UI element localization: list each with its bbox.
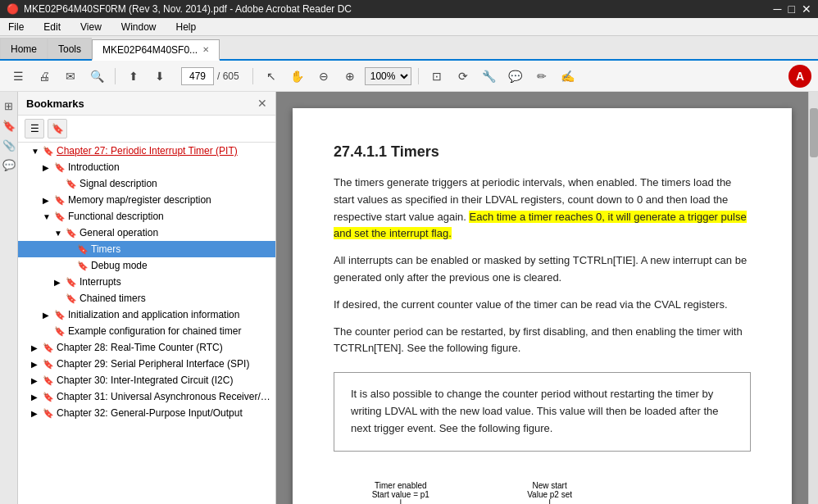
tab-bar: Home Tools MKE02P64M40SF0... ✕ — [0, 36, 818, 61]
hand-tool-btn[interactable]: ✋ — [286, 65, 309, 88]
tree-icon-16: 🔖 — [43, 408, 54, 419]
sidebar-item-8[interactable]: ▶🔖Interrupts — [18, 274, 275, 290]
sidebar-close-btn[interactable]: ✕ — [257, 97, 267, 110]
select-tool-btn[interactable]: ↖ — [260, 65, 283, 88]
minimize-btn[interactable]: ─ — [774, 2, 782, 16]
menu-bar: File Edit View Window Help — [0, 18, 818, 36]
next-page-btn[interactable]: ⬇ — [148, 65, 171, 88]
sidebar-item-0[interactable]: ▼🔖Chapter 27: Periodic Interrupt Timer (… — [18, 143, 275, 159]
tree-label-2: Signal description — [80, 178, 272, 189]
sidebar-item-4[interactable]: ▼🔖Functional description — [18, 208, 275, 225]
draw-btn[interactable]: ✏ — [530, 65, 553, 88]
svg-text:Timer enabled: Timer enabled — [375, 481, 426, 490]
sidebar-item-12[interactable]: ▶🔖Chapter 28: Real-Time Counter (RTC) — [18, 339, 275, 356]
attach-icon[interactable]: 📎 — [2, 138, 16, 152]
right-scrollbar[interactable] — [808, 92, 818, 504]
scroll-thumb[interactable] — [810, 108, 818, 157]
timer-diagram: Timer enabled Start value = p1 New start… — [334, 468, 751, 504]
tree-label-7: Debug mode — [91, 260, 272, 271]
tree-icon-11: 🔖 — [54, 326, 66, 337]
tab-pdf-label: MKE02P64M40SF0... — [102, 44, 198, 56]
sidebar-item-6[interactable]: 🔖Timers — [18, 241, 275, 257]
sidebar-item-11[interactable]: 🔖Example configuration for chained timer — [18, 323, 275, 339]
tree-label-4: Functional description — [68, 211, 272, 222]
tab-tools[interactable]: Tools — [48, 38, 92, 59]
sidebar-item-5[interactable]: ▼🔖General operation — [18, 225, 275, 241]
sidebar-item-14[interactable]: ▶🔖Chapter 30: Inter-Integrated Circuit (… — [18, 372, 275, 388]
menu-edit[interactable]: Edit — [40, 20, 64, 34]
sidebar-item-13[interactable]: ▶🔖Chapter 29: Serial Peripheral Interfac… — [18, 356, 275, 372]
tree-label-6: Timers — [91, 243, 272, 255]
svg-text:New start: New start — [533, 481, 567, 490]
tab-home-label: Home — [11, 43, 37, 55]
title-bar: 🔴 MKE02P64M40SF0RM (Rev 3, Nov. 2014).pd… — [0, 0, 818, 18]
comment-panel-icon[interactable]: 💬 — [2, 157, 16, 172]
page-total: / 605 — [217, 70, 239, 82]
acrobat-logo: A — [788, 65, 811, 88]
page-thumb-icon[interactable]: ⊞ — [2, 98, 16, 113]
toolbar: ☰ 🖨 ✉ 🔍 ⬆ ⬇ / 605 ↖ ✋ ⊖ ⊕ 100% 75% 125% … — [0, 61, 818, 92]
sidebar-content: ▼🔖Chapter 27: Periodic Interrupt Timer (… — [18, 143, 275, 504]
page-number-input[interactable] — [181, 67, 214, 85]
print-btn[interactable]: 🖨 — [33, 65, 56, 88]
sidebar-expand-btn[interactable]: 🔖 — [48, 119, 67, 138]
tree-icon-3: 🔖 — [54, 195, 66, 206]
sidebar-item-16[interactable]: ▶🔖Chapter 32: General-Purpose Input/Outp… — [18, 405, 275, 421]
sidebar-item-7[interactable]: 🔖Debug mode — [18, 257, 275, 274]
tree-icon-0: 🔖 — [43, 146, 54, 157]
sidebar-menu-btn[interactable]: ☰ — [25, 119, 44, 138]
comment-btn[interactable]: 💬 — [504, 65, 527, 88]
tools2-btn[interactable]: 🔧 — [478, 65, 501, 88]
page-nav: / 605 — [181, 67, 239, 85]
email-btn[interactable]: ✉ — [59, 65, 82, 88]
sidebar-item-15[interactable]: ▶🔖Chapter 31: Universal Asynchronous Rec… — [18, 388, 275, 405]
pdf-page: 27.4.1.1 Timers The timers generate trig… — [293, 108, 792, 504]
tree-icon-9: 🔖 — [66, 293, 77, 304]
tree-label-14: Chapter 30: Inter-Integrated Circuit (I2… — [57, 375, 272, 386]
sign-btn[interactable]: ✍ — [557, 65, 579, 88]
bookmark-panel-btn[interactable]: ☰ — [7, 65, 30, 88]
tree-icon-2: 🔖 — [66, 179, 77, 189]
tree-label-1: Introduction — [68, 161, 272, 173]
zoom-in-btn[interactable]: ⊕ — [339, 65, 361, 88]
sidebar-item-10[interactable]: ▶🔖Initialization and application informa… — [18, 306, 275, 323]
rotate-btn[interactable]: ⟳ — [452, 65, 475, 88]
para2: All interrupts can be enabled or masked … — [334, 252, 751, 287]
tree-icon-5: 🔖 — [66, 228, 77, 238]
sidebar-item-9[interactable]: 🔖Chained timers — [18, 290, 275, 306]
sidebar-item-2[interactable]: 🔖Signal description — [18, 175, 275, 192]
menu-window[interactable]: Window — [118, 20, 160, 34]
tree-icon-10: 🔖 — [54, 310, 66, 320]
sidebar-item-1[interactable]: ▶🔖Introduction — [18, 159, 275, 175]
tree-label-10: Initialization and application informati… — [68, 309, 272, 320]
search-btn[interactable]: 🔍 — [85, 65, 108, 88]
window-title: MKE02P64M40SF0RM (Rev 3, Nov. 2014).pdf … — [24, 3, 352, 15]
bookmark-icon[interactable]: 🔖 — [2, 118, 16, 133]
sidebar: Bookmarks ✕ ☰ 🔖 ▼🔖Chapter 27: Periodic I… — [18, 92, 276, 504]
zoom-select[interactable]: 100% 75% 125% 150% — [365, 67, 411, 85]
tab-pdf[interactable]: MKE02P64M40SF0... ✕ — [92, 39, 220, 61]
tree-icon-1: 🔖 — [54, 162, 66, 173]
prev-page-btn[interactable]: ⬆ — [122, 65, 145, 88]
section-title: 27.4.1.1 Timers — [334, 141, 751, 163]
close-btn[interactable]: ✕ — [802, 2, 811, 16]
tab-close-icon[interactable]: ✕ — [202, 45, 209, 54]
tab-home[interactable]: Home — [0, 38, 48, 59]
toolbar-right: A — [788, 65, 811, 88]
menu-file[interactable]: File — [5, 20, 27, 34]
sep3 — [418, 68, 419, 84]
svg-text:Value p2 set: Value p2 set — [527, 490, 572, 499]
menu-view[interactable]: View — [77, 20, 105, 34]
para3: If desired, the current counter value of… — [334, 297, 751, 314]
tree-arrow-14: ▶ — [31, 376, 43, 385]
zoom-out-btn[interactable]: ⊖ — [312, 65, 335, 88]
tree-icon-14: 🔖 — [43, 375, 54, 386]
maximize-btn[interactable]: □ — [788, 2, 795, 16]
sidebar-item-3[interactable]: ▶🔖Memory map/register description — [18, 192, 275, 208]
tree-label-0: Chapter 27: Periodic Interrupt Timer (PI… — [57, 145, 272, 157]
menu-help[interactable]: Help — [173, 20, 200, 34]
pdf-area[interactable]: 27.4.1.1 Timers The timers generate trig… — [276, 92, 808, 504]
fit-page-btn[interactable]: ⊡ — [425, 65, 448, 88]
tree-icon-12: 🔖 — [43, 343, 54, 353]
svg-text:Start value = p1: Start value = p1 — [372, 490, 430, 499]
